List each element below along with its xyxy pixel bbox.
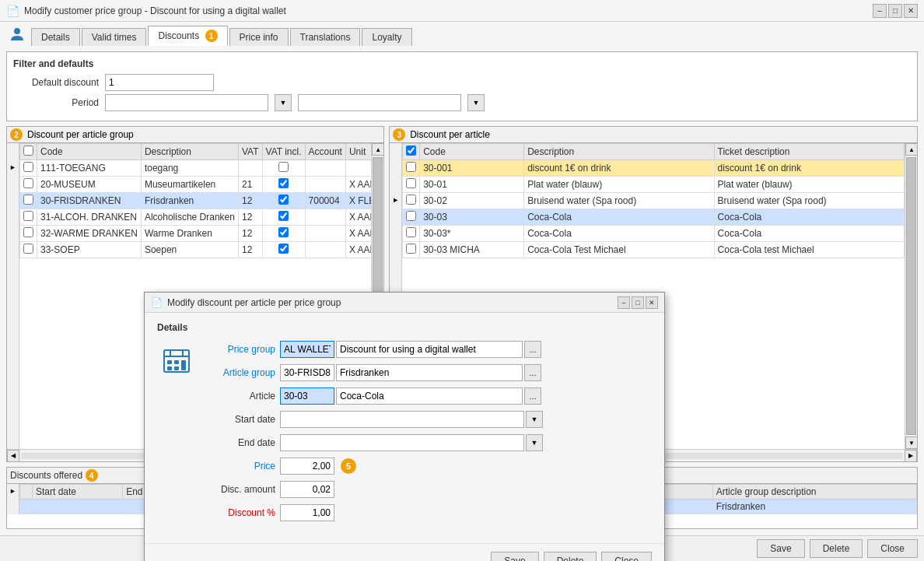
article-group-label[interactable]: Article group	[205, 367, 275, 378]
badge-5: 5	[341, 458, 356, 474]
modal-doc-icon: 📄	[151, 297, 163, 308]
price-group-row: Price group …	[205, 341, 652, 358]
article-long-input[interactable]	[336, 387, 523, 405]
modal-overlay: 📄 Modify discount per article per price …	[0, 0, 924, 561]
article-group-long-input[interactable]	[336, 364, 523, 381]
modal-form: Price group … Article group	[205, 341, 652, 528]
modal-close[interactable]: ✕	[646, 296, 658, 309]
modal-content: Details	[145, 313, 664, 537]
price-group-long-input[interactable]	[336, 341, 523, 358]
article-row: Article …	[205, 387, 652, 405]
price-group-input-group: …	[280, 341, 541, 358]
modal-title: Modify discount per article per price gr…	[167, 297, 341, 308]
modal-restore[interactable]: □	[632, 296, 644, 309]
modal-bottom-bar: Save Delete Close	[145, 543, 664, 561]
start-date-label: Start date	[205, 414, 275, 425]
modal-title-left: 📄 Modify discount per article per price …	[151, 297, 341, 308]
discount-pct-row: Discount %	[205, 504, 652, 521]
price-group-short-input[interactable]	[280, 341, 334, 358]
end-date-calendar[interactable]: ▼	[526, 434, 543, 451]
disc-amount-label: Disc. amount	[205, 484, 275, 495]
svg-rect-6	[174, 360, 179, 364]
modal-minimize[interactable]: –	[618, 296, 630, 309]
price-group-icon	[161, 345, 192, 377]
discount-pct-input[interactable]	[280, 504, 334, 521]
end-date-label: End date	[205, 437, 275, 448]
discount-pct-input-group	[280, 504, 334, 521]
modal-titlebar: 📄 Modify discount per article per price …	[145, 293, 664, 313]
start-date-input[interactable]	[280, 411, 524, 428]
modal-window: 📄 Modify discount per article per price …	[144, 292, 665, 561]
modal-body: Price group … Article group	[157, 341, 652, 528]
end-date-input[interactable]	[280, 434, 524, 451]
article-group-short-input[interactable]	[280, 364, 334, 381]
article-group-ellipsis[interactable]: …	[524, 364, 541, 381]
price-input-group: 5	[280, 458, 356, 475]
modal-icon-area	[157, 341, 196, 528]
end-date-row: End date ▼	[205, 434, 652, 451]
disc-amount-input[interactable]	[280, 481, 334, 498]
modal-close-button[interactable]: Close	[601, 552, 652, 561]
price-group-ellipsis[interactable]: …	[524, 341, 541, 358]
article-input-group: …	[280, 387, 541, 405]
price-row: Price 5	[205, 458, 652, 475]
start-date-calendar[interactable]: ▼	[526, 411, 543, 428]
modal-controls: – □ ✕	[618, 296, 658, 309]
svg-rect-5	[167, 360, 172, 364]
price-group-label[interactable]: Price group	[205, 344, 275, 355]
price-input[interactable]	[280, 458, 334, 475]
modal-save-button[interactable]: Save	[491, 552, 538, 561]
main-layout: 📄 Modify customer price group - Discount…	[0, 0, 924, 561]
disc-amount-row: Disc. amount	[205, 481, 652, 498]
end-date-input-group: ▼	[280, 434, 543, 451]
modal-delete-button[interactable]: Delete	[544, 552, 597, 561]
modal-section-label: Details	[157, 322, 652, 333]
discount-pct-label[interactable]: Discount %	[205, 507, 275, 518]
svg-rect-9	[181, 360, 186, 370]
price-label[interactable]: Price	[205, 461, 275, 472]
svg-rect-8	[174, 366, 179, 370]
article-group-input-group: …	[280, 364, 541, 381]
article-ellipsis[interactable]: …	[524, 387, 541, 405]
start-date-row: Start date ▼	[205, 411, 652, 428]
article-short-input[interactable]	[280, 387, 334, 405]
svg-rect-7	[167, 366, 172, 370]
article-label: Article	[205, 391, 275, 401]
disc-amount-input-group	[280, 481, 334, 498]
article-group-row: Article group …	[205, 364, 652, 381]
start-date-input-group: ▼	[280, 411, 543, 428]
